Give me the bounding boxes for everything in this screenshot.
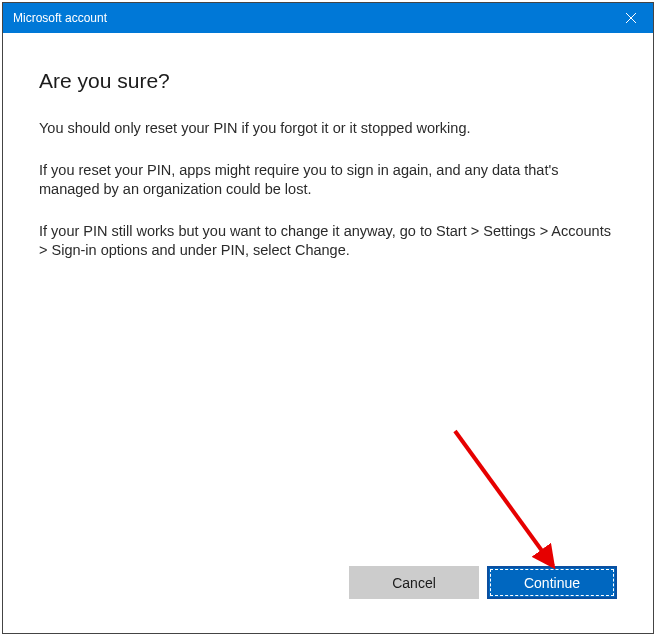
dialog-paragraph-1: You should only reset your PIN if you fo… xyxy=(39,119,617,139)
continue-button[interactable]: Continue xyxy=(487,566,617,599)
dialog-window: Microsoft account Are you sure? You shou… xyxy=(2,2,654,634)
dialog-paragraph-3: If your PIN still works but you want to … xyxy=(39,222,617,261)
close-icon xyxy=(626,13,636,23)
titlebar: Microsoft account xyxy=(3,3,653,33)
dialog-content: Are you sure? You should only reset your… xyxy=(3,33,653,633)
close-button[interactable] xyxy=(608,3,653,33)
window-title: Microsoft account xyxy=(13,3,107,33)
button-row: Cancel Continue xyxy=(39,566,617,613)
dialog-paragraph-2: If you reset your PIN, apps might requir… xyxy=(39,161,617,200)
dialog-heading: Are you sure? xyxy=(39,69,617,93)
cancel-button[interactable]: Cancel xyxy=(349,566,479,599)
